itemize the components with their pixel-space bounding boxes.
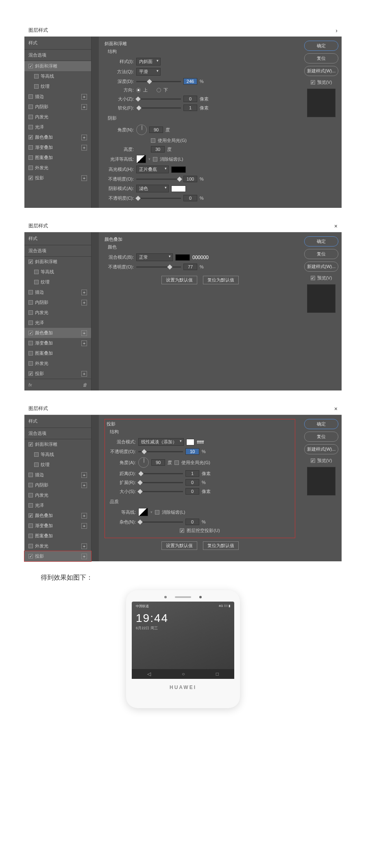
opacity-slider[interactable] — [138, 451, 183, 452]
make-default-button[interactable]: 设置为默认值 — [161, 276, 197, 284]
angle-dial[interactable] — [138, 457, 149, 468]
angle-input[interactable]: 90 — [149, 126, 163, 133]
style-checkbox[interactable] — [28, 105, 33, 109]
shadow-mode-select[interactable]: 滤色 — [136, 185, 169, 192]
noise-slider[interactable] — [138, 521, 183, 523]
spread-input[interactable]: 0 — [185, 479, 199, 486]
reset-default-button[interactable]: 复位为默认值 — [203, 276, 239, 284]
highlight-opacity-slider[interactable] — [136, 179, 181, 180]
blend-mode-select[interactable]: 线性减淡（添加） — [138, 438, 184, 446]
add-effect-icon[interactable]: + — [81, 104, 87, 110]
noise-input[interactable]: 0 — [185, 519, 199, 525]
style-item[interactable]: 内发光 — [24, 490, 91, 500]
style-checkbox[interactable] — [28, 260, 33, 264]
style-checkbox[interactable] — [28, 523, 33, 528]
style-item[interactable]: 描边+ — [24, 92, 91, 102]
close-icon[interactable]: × — [334, 406, 338, 412]
style-item[interactable]: 渐变叠加+ — [24, 142, 91, 153]
shadow-opacity-input[interactable]: 0 — [183, 195, 197, 201]
add-effect-icon[interactable]: + — [81, 513, 87, 519]
style-checkbox[interactable] — [28, 155, 33, 160]
size-input[interactable]: 0 — [185, 488, 199, 495]
size-slider[interactable] — [138, 491, 183, 492]
antialias-checkbox[interactable] — [153, 157, 157, 161]
add-effect-icon[interactable]: + — [81, 340, 87, 346]
style-item[interactable]: 纹理 — [24, 81, 91, 92]
direction-down-radio[interactable] — [157, 88, 161, 92]
style-item[interactable]: 斜面和浮雕 — [24, 257, 91, 267]
style-checkbox[interactable] — [34, 280, 39, 284]
style-checkbox[interactable] — [28, 321, 33, 325]
add-effect-icon[interactable]: + — [81, 543, 87, 549]
new-style-button[interactable]: 新建样式(W)... — [304, 444, 338, 454]
style-checkbox[interactable] — [28, 94, 33, 99]
highlight-color-swatch[interactable] — [171, 166, 186, 173]
style-item[interactable]: 颜色叠加+ — [24, 132, 91, 142]
expand-arrow-icon[interactable]: › — [336, 27, 338, 34]
nav-back-icon[interactable]: ◁ — [147, 671, 151, 677]
style-item[interactable]: 内阴影+ — [24, 480, 91, 490]
add-effect-icon[interactable]: + — [81, 175, 87, 181]
highlight-mode-select[interactable]: 正片叠底 — [136, 166, 169, 173]
style-item[interactable]: 等高线 — [24, 449, 91, 460]
style-checkbox[interactable] — [28, 361, 33, 366]
style-checkbox[interactable] — [28, 473, 33, 477]
fx-label[interactable]: fx — [28, 382, 32, 387]
nav-home-icon[interactable]: ○ — [182, 671, 185, 677]
style-item[interactable]: 描边+ — [24, 470, 91, 480]
style-item[interactable]: 光泽 — [24, 318, 91, 328]
depth-input[interactable]: 246 — [183, 78, 197, 85]
style-item[interactable]: 光泽 — [24, 122, 91, 132]
style-item[interactable]: 颜色叠加+ — [24, 510, 91, 521]
blend-options[interactable]: 混合选项 — [24, 50, 91, 61]
style-checkbox[interactable] — [28, 503, 33, 508]
global-light-checkbox[interactable] — [151, 138, 155, 143]
style-item[interactable]: 内阴影+ — [24, 297, 91, 308]
style-item[interactable]: 光泽 — [24, 500, 91, 510]
style-item[interactable]: 外发光 — [24, 163, 91, 173]
blend-options[interactable]: 混合选项 — [24, 428, 91, 439]
altitude-input[interactable]: 30 — [151, 146, 165, 153]
style-item[interactable]: 外发光 — [24, 358, 91, 369]
style-item[interactable]: 图案叠加 — [24, 531, 91, 541]
distance-slider[interactable] — [138, 473, 183, 474]
close-icon[interactable]: × — [334, 223, 338, 229]
shadow-color-swatch[interactable] — [186, 439, 194, 445]
style-item[interactable]: 投影+ — [24, 551, 91, 561]
opacity-input[interactable]: 10 — [185, 448, 199, 455]
style-checkbox[interactable] — [28, 513, 33, 518]
style-checkbox[interactable] — [34, 74, 39, 79]
add-effect-icon[interactable]: + — [81, 300, 87, 305]
antialias-checkbox[interactable] — [155, 510, 159, 515]
angle-dial[interactable] — [136, 124, 147, 135]
style-item[interactable]: 图案叠加 — [24, 348, 91, 358]
style-item[interactable]: 斜面和浮雕 — [24, 439, 91, 449]
style-item[interactable]: 颜色叠加+ — [24, 328, 91, 338]
size-slider[interactable] — [136, 98, 181, 100]
preview-checkbox[interactable] — [311, 458, 315, 463]
opacity-slider[interactable] — [136, 266, 181, 268]
angle-input[interactable]: 90 — [151, 459, 165, 466]
style-checkbox[interactable] — [28, 310, 33, 315]
add-effect-icon[interactable]: + — [81, 145, 87, 150]
style-checkbox[interactable] — [28, 371, 33, 376]
style-item[interactable]: 外发光+ — [24, 541, 91, 551]
style-checkbox[interactable] — [34, 452, 39, 457]
style-item[interactable]: 纹理 — [24, 460, 91, 470]
add-effect-icon[interactable]: + — [81, 482, 87, 488]
new-style-button[interactable]: 新建样式(W)... — [304, 66, 338, 76]
nav-recent-icon[interactable]: □ — [216, 671, 219, 677]
soften-slider[interactable] — [136, 107, 181, 109]
style-checkbox[interactable] — [28, 442, 33, 447]
gloss-contour[interactable] — [136, 155, 146, 163]
add-effect-icon[interactable]: + — [81, 330, 87, 336]
add-effect-icon[interactable]: + — [81, 290, 87, 295]
ok-button[interactable]: 确定 — [304, 236, 338, 246]
style-checkbox[interactable] — [28, 534, 33, 538]
style-checkbox[interactable] — [28, 135, 33, 140]
style-item[interactable]: 内阴影+ — [24, 102, 91, 112]
style-item[interactable]: 投影+ — [24, 369, 91, 379]
add-effect-icon[interactable]: + — [81, 523, 87, 529]
blend-options[interactable]: 混合选项 — [24, 245, 91, 257]
add-effect-icon[interactable]: + — [81, 135, 87, 140]
